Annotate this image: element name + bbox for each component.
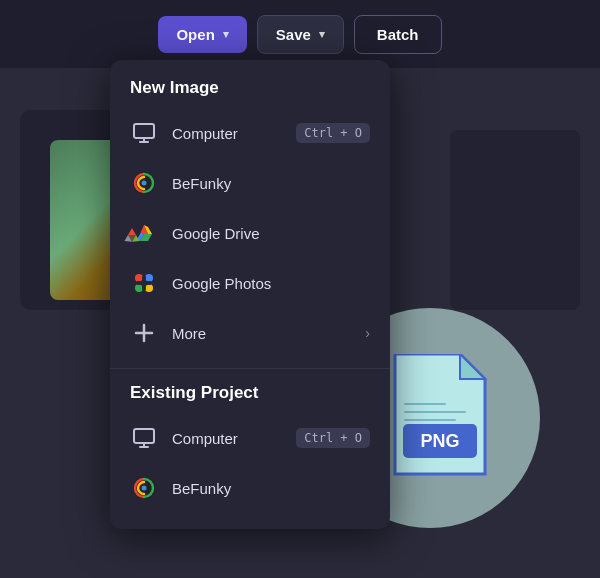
svg-rect-7 [134, 124, 154, 138]
menu-item-befunky-existing[interactable]: BeFunky [110, 463, 390, 513]
menu-label-computer-existing: Computer [172, 430, 238, 447]
menu-item-befunky-new[interactable]: BeFunky [110, 158, 390, 208]
svg-text:PNG: PNG [420, 431, 459, 451]
monitor-icon [130, 119, 158, 147]
open-dropdown: New Image Computer Ctrl + O BeFunky [110, 60, 390, 529]
bg-card-right [450, 130, 580, 310]
batch-button[interactable]: Batch [354, 15, 442, 54]
open-label: Open [176, 26, 214, 43]
open-button[interactable]: Open ▾ [158, 16, 246, 53]
svg-point-22 [136, 275, 143, 282]
plus-icon [130, 319, 158, 347]
svg-point-29 [147, 281, 151, 285]
more-arrow: › [365, 325, 370, 341]
svg-point-25 [146, 285, 153, 292]
svg-point-37 [142, 486, 147, 491]
menu-item-more[interactable]: More › [110, 308, 390, 358]
save-chevron: ▾ [319, 28, 325, 41]
menu-item-computer-existing[interactable]: Computer Ctrl + O [110, 413, 390, 463]
menu-item-computer-new[interactable]: Computer Ctrl + O [110, 108, 390, 158]
svg-point-27 [142, 286, 146, 290]
shortcut-computer-new: Ctrl + O [296, 123, 370, 143]
monitor-icon-existing [130, 424, 158, 452]
svg-point-26 [142, 276, 146, 280]
svg-point-24 [136, 285, 143, 292]
menu-item-gdrive-new[interactable]: Google Drive [110, 208, 390, 258]
menu-label-befunky-new: BeFunky [172, 175, 231, 192]
menu-label-more: More [172, 325, 206, 342]
menu-divider [110, 368, 390, 369]
gdrive-icon [130, 219, 158, 247]
menu-label-computer-new: Computer [172, 125, 238, 142]
svg-point-28 [137, 281, 141, 285]
svg-rect-33 [134, 429, 154, 443]
menu-label-gdrive-new: Google Drive [172, 225, 260, 242]
new-image-section-title: New Image [110, 78, 390, 108]
menu-label-befunky-existing: BeFunky [172, 480, 231, 497]
svg-point-11 [142, 181, 147, 186]
menu-item-gphotos-new[interactable]: Google Photos [110, 258, 390, 308]
batch-label: Batch [377, 26, 419, 43]
shortcut-computer-existing: Ctrl + O [296, 428, 370, 448]
gphotos-icon [130, 269, 158, 297]
menu-label-gphotos-new: Google Photos [172, 275, 271, 292]
png-file-icon: PNG [385, 354, 495, 488]
svg-marker-1 [460, 354, 485, 379]
save-button[interactable]: Save ▾ [257, 15, 344, 54]
open-chevron: ▾ [223, 28, 229, 41]
svg-rect-30 [142, 281, 146, 285]
befunky-icon-existing [130, 474, 158, 502]
befunky-icon [130, 169, 158, 197]
save-label: Save [276, 26, 311, 43]
existing-project-section-title: Existing Project [110, 379, 390, 413]
toolbar: Open ▾ Save ▾ Batch [0, 0, 600, 68]
svg-point-23 [146, 275, 153, 282]
